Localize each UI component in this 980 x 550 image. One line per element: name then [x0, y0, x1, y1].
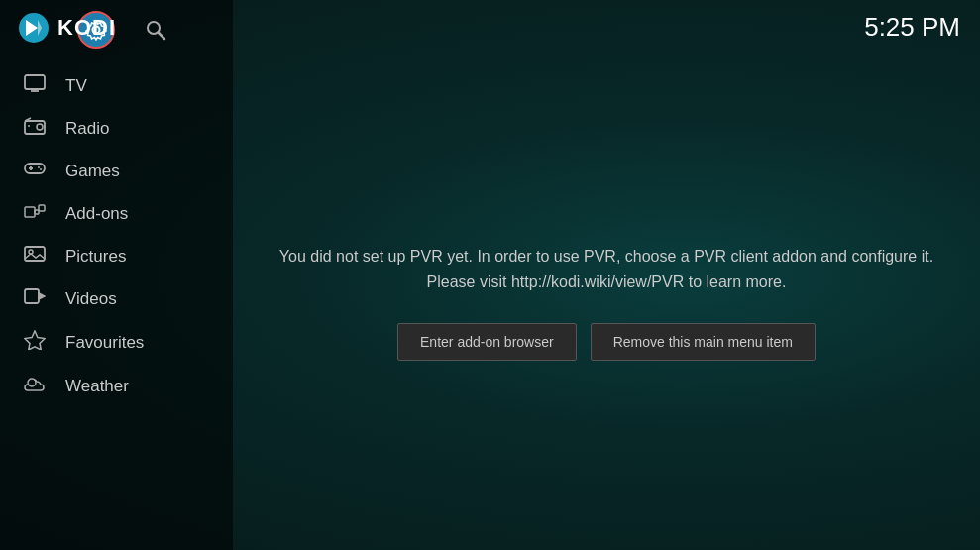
svg-rect-22 — [39, 205, 45, 211]
svg-marker-27 — [25, 331, 45, 350]
sidebar-item-games[interactable]: Games — [0, 150, 233, 192]
weather-icon — [22, 375, 48, 397]
svg-marker-26 — [39, 293, 45, 299]
sidebar-item-favourites[interactable]: Favourites — [0, 320, 233, 365]
svg-rect-20 — [25, 207, 35, 217]
sidebar-item-pictures[interactable]: Pictures — [0, 235, 233, 277]
pictures-icon — [22, 245, 48, 268]
star-icon — [22, 330, 48, 355]
svg-point-18 — [38, 166, 40, 168]
addons-icon — [22, 202, 48, 225]
svg-rect-8 — [25, 75, 45, 89]
svg-point-19 — [40, 168, 42, 170]
sidebar-item-games-label: Games — [65, 162, 120, 181]
sidebar-item-favourites-label: Favourites — [65, 333, 144, 353]
videos-icon — [22, 287, 48, 310]
svg-rect-11 — [25, 121, 45, 134]
sidebar-item-tv-label: TV — [65, 76, 87, 96]
kodi-title-text: KODI — [57, 15, 116, 41]
sidebar-item-radio[interactable]: Radio — [0, 107, 233, 150]
tv-icon — [22, 74, 48, 97]
svg-rect-15 — [25, 164, 45, 173]
sidebar-item-videos[interactable]: Videos — [0, 277, 233, 320]
button-row: Enter add-on browser Remove this main me… — [397, 323, 816, 361]
svg-rect-25 — [25, 289, 39, 303]
remove-menu-item-button[interactable]: Remove this main menu item — [591, 323, 816, 361]
kodi-logo-icon — [18, 12, 50, 44]
svg-rect-23 — [25, 247, 45, 261]
sidebar-item-radio-label: Radio — [65, 119, 109, 139]
sidebar-item-addons[interactable]: Add-ons — [0, 192, 233, 235]
svg-point-12 — [37, 124, 43, 130]
radio-icon — [22, 117, 48, 140]
sidebar-item-tv[interactable]: TV — [0, 64, 233, 107]
svg-point-14 — [28, 125, 30, 127]
sidebar-item-pictures-label: Pictures — [65, 247, 126, 267]
sidebar-item-weather-label: Weather — [65, 377, 129, 396]
pvr-message: You did not set up PVR yet. In order to … — [272, 244, 940, 294]
enter-addon-browser-button[interactable]: Enter add-on browser — [397, 323, 577, 361]
sidebar-item-videos-label: Videos — [65, 289, 117, 309]
main-content: You did not set up PVR yet. In order to … — [233, 55, 980, 550]
sidebar: KODI — [0, 0, 233, 550]
top-bar: KODI — [0, 0, 233, 55]
sidebar-item-weather[interactable]: Weather — [0, 365, 233, 407]
clock: 5:25 PM — [864, 0, 960, 55]
sidebar-item-addons-label: Add-ons — [65, 204, 128, 224]
nav-list: TV Radio Games Add-ons Pictures — [0, 59, 233, 550]
games-icon — [22, 160, 48, 182]
kodi-logo: KODI — [0, 12, 233, 44]
